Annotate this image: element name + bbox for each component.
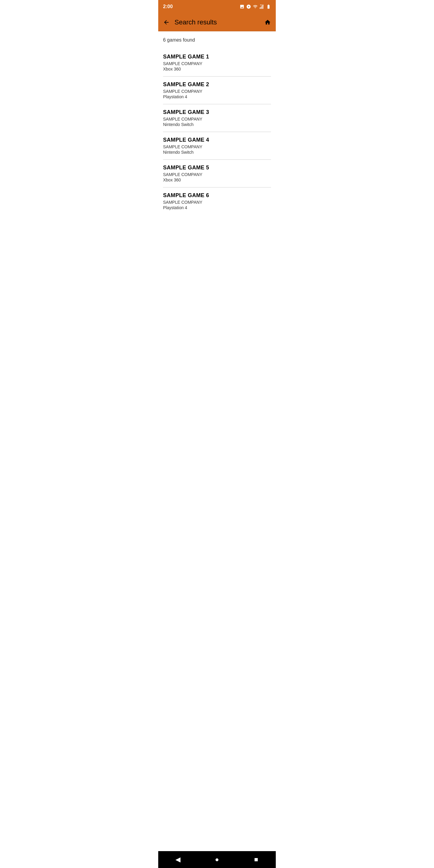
game-platform: Playstation 4 [163,205,271,210]
status-bar: 2:00 [158,0,276,13]
game-title: SAMPLE GAME 4 [163,137,271,143]
game-company: SAMPLE COMPANY [163,144,271,149]
signal-icon [259,4,264,9]
status-icons [239,4,271,9]
game-list-item[interactable]: SAMPLE GAME 5SAMPLE COMPANYXbox 360 [163,160,271,187]
svg-rect-2 [261,6,262,9]
game-platform: Nintendo Switch [163,122,271,127]
game-list-item[interactable]: SAMPLE GAME 2SAMPLE COMPANYPlaystation 4 [163,76,271,104]
nav-bar: ◀ ● ■ [158,851,276,868]
nav-home-button[interactable]: ● [210,854,224,866]
game-title: SAMPLE GAME 5 [163,164,271,171]
nav-back-button[interactable]: ◀ [170,854,185,866]
svg-rect-0 [260,7,260,9]
game-company: SAMPLE COMPANY [163,61,271,66]
game-platform: Playstation 4 [163,94,271,99]
page-title: Search results [175,19,264,26]
back-arrow-icon [163,19,170,26]
game-title: SAMPLE GAME 2 [163,82,271,88]
game-list-item[interactable]: SAMPLE GAME 6SAMPLE COMPANYPlaystation 4 [163,187,271,215]
game-company: SAMPLE COMPANY [163,172,271,177]
home-icon [264,19,271,26]
game-platform: Xbox 360 [163,67,271,71]
game-company: SAMPLE COMPANY [163,89,271,94]
game-platform: Xbox 360 [163,178,271,182]
results-count: 6 games found [163,37,271,43]
game-list-item[interactable]: SAMPLE GAME 4SAMPLE COMPANYNintendo Swit… [163,132,271,160]
game-title: SAMPLE GAME 1 [163,54,271,60]
game-list-item[interactable]: SAMPLE GAME 1SAMPLE COMPANYXbox 360 [163,49,271,76]
game-title: SAMPLE GAME 3 [163,109,271,116]
back-button[interactable] [163,19,170,26]
game-title: SAMPLE GAME 6 [163,192,271,198]
wifi-icon [253,4,258,9]
game-list: SAMPLE GAME 1SAMPLE COMPANYXbox 360SAMPL… [163,49,271,215]
game-company: SAMPLE COMPANY [163,200,271,205]
photo-icon [240,4,244,9]
svg-rect-3 [263,5,264,9]
battery-icon [266,4,271,9]
svg-rect-1 [261,7,261,9]
nav-recent-button[interactable]: ■ [249,854,264,866]
status-time: 2:00 [163,4,173,9]
game-platform: Nintendo Switch [163,150,271,155]
app-bar: Search results [158,13,276,31]
game-company: SAMPLE COMPANY [163,117,271,121]
blocked-icon [246,4,251,9]
game-list-item[interactable]: SAMPLE GAME 3SAMPLE COMPANYNintendo Swit… [163,104,271,132]
home-button[interactable] [264,19,271,26]
content-area: 6 games found SAMPLE GAME 1SAMPLE COMPAN… [158,31,276,851]
